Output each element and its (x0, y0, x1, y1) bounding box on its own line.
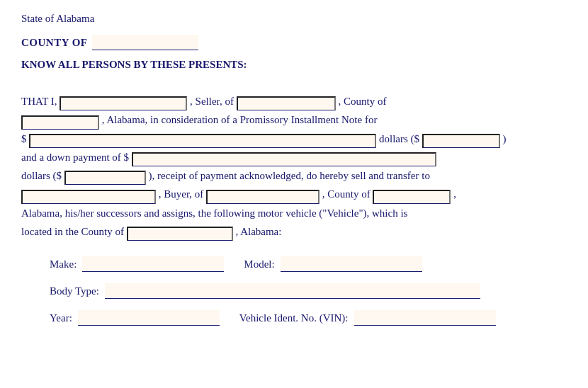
dollars-label1-text: dollars ($ (379, 133, 419, 144)
amount-words-input[interactable] (29, 134, 376, 148)
buyer-of-text: , Buyer, of (159, 188, 204, 200)
model-label: Model: (244, 258, 274, 270)
seller-county-input[interactable] (21, 115, 99, 130)
comma-text: , (453, 188, 456, 200)
county-row: COUNTY OF (21, 35, 567, 50)
close-paren1-text: ) (503, 133, 507, 144)
that-i-text: THAT I, (21, 96, 57, 107)
seller-of-text: , Seller, of (190, 96, 234, 107)
body-type-label: Body Type: (50, 285, 99, 297)
buyer-city-input[interactable] (206, 190, 320, 204)
seller-name-input[interactable] (60, 96, 187, 110)
seller-city-input[interactable] (237, 96, 336, 110)
amount-dollars-input[interactable] (422, 134, 500, 148)
body-type-row: Body Type: (21, 283, 567, 299)
make-input[interactable] (82, 256, 224, 272)
close-paren2-text: ), receipt of payment acknowledged, do h… (149, 170, 430, 181)
county-label: COUNTY OF (21, 37, 88, 49)
down-payment-dollars-input[interactable] (64, 171, 146, 185)
county-of2-text: , County of (322, 188, 371, 200)
buyer-county-input[interactable] (373, 190, 451, 204)
model-input[interactable] (281, 256, 422, 272)
alabama-consideration-text: , Alabama, in consideration of a Promiss… (102, 114, 378, 125)
make-model-row: Make: Model: (21, 256, 567, 272)
dollar-sign1-text: $ (21, 133, 27, 144)
year-vin-row: Year: Vehicle Ident. No. (VIN): (21, 310, 567, 326)
alabama-vehicle-text: Alabama, his/her successors and assigns,… (21, 207, 407, 219)
county-input[interactable] (92, 35, 198, 50)
vin-input[interactable] (354, 310, 496, 326)
alabama2-text: , Alabama: (235, 226, 281, 237)
make-label: Make: (50, 258, 77, 270)
body-paragraph: THAT I, , Seller, of , County of , Alaba… (21, 92, 567, 241)
year-label: Year: (50, 312, 72, 324)
located-text: located in the County of (21, 226, 124, 237)
vehicle-fields-section: Make: Model: Body Type: Year: Vehicle Id… (21, 256, 567, 326)
dollars-label2-text: dollars ($ (21, 170, 62, 181)
buyer-name-input[interactable] (21, 190, 156, 204)
down-payment-words-input[interactable] (132, 152, 436, 166)
year-input[interactable] (78, 310, 220, 326)
state-title: State of Alabama (21, 13, 567, 25)
down-payment-text: and a down payment of $ (21, 152, 129, 163)
county-of1-text: , County of (338, 96, 386, 107)
vin-label: Vehicle Ident. No. (VIN): (239, 312, 349, 324)
know-all-heading: KNOW ALL PERSONS BY THESE PRESENTS: (21, 59, 567, 71)
vehicle-county-input[interactable] (127, 227, 233, 241)
body-type-input[interactable] (105, 283, 480, 299)
